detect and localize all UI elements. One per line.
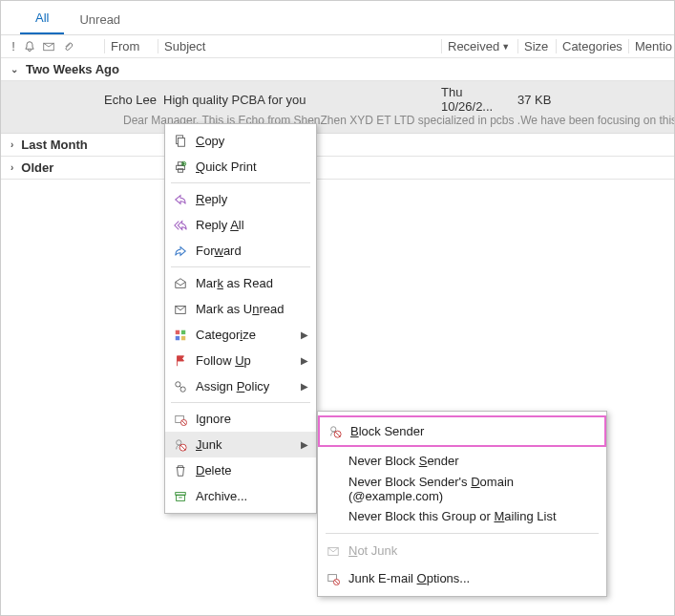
submenu-never-block-group[interactable]: Never Block this Group or Mailing List	[318, 502, 606, 530]
svg-point-20	[331, 426, 336, 431]
reply-all-icon	[171, 219, 190, 232]
not-junk-icon	[324, 544, 343, 558]
copy-icon	[171, 135, 190, 148]
menu-forward[interactable]: Forward	[165, 238, 316, 264]
column-received[interactable]: Received ▼	[441, 39, 517, 53]
menu-archive[interactable]: Archive...	[165, 483, 316, 509]
menu-ignore[interactable]: Ignore	[165, 406, 316, 432]
menu-follow-up[interactable]: Follow Up ▶	[165, 348, 316, 373]
submenu-arrow-icon: ▶	[301, 329, 308, 340]
chevron-right-icon: ›	[11, 162, 13, 173]
submenu-not-junk: Not Junk	[318, 537, 606, 564]
attachment-icon[interactable]	[62, 41, 79, 53]
envelope-closed-icon	[171, 303, 190, 316]
submenu-arrow-icon: ▶	[301, 381, 308, 392]
archive-icon	[171, 490, 190, 503]
chevron-down-icon: ⌄	[11, 64, 18, 74]
menu-quick-print[interactable]: Quick Print	[165, 154, 316, 180]
column-size[interactable]: Size	[517, 39, 556, 53]
ignore-icon	[171, 413, 190, 426]
column-categories[interactable]: Categories	[556, 39, 628, 53]
chevron-right-icon: ›	[11, 139, 13, 150]
reply-icon	[171, 193, 190, 206]
menu-junk[interactable]: Junk ▶	[165, 432, 316, 457]
envelope-open-icon	[171, 277, 190, 290]
junk-icon	[171, 438, 190, 452]
junk-submenu: Block Sender Never Block Sender Never Bl…	[317, 411, 607, 597]
column-header: ! From Subject Received ▼ Size Categorie…	[1, 35, 674, 58]
group-older[interactable]: › Older	[1, 157, 674, 180]
delete-icon	[171, 464, 190, 478]
column-mentions[interactable]: Mentio	[628, 39, 674, 53]
submenu-arrow-icon: ▶	[301, 355, 308, 366]
mail-row[interactable]: Echo Lee High quality PCBA for you Thu 1…	[1, 81, 674, 134]
block-sender-icon	[326, 425, 345, 438]
quick-print-icon	[171, 160, 190, 174]
group-two-weeks-ago[interactable]: ⌄ Two Weeks Ago	[1, 58, 674, 81]
submenu-block-sender[interactable]: Block Sender	[318, 415, 606, 447]
mail-size: 37 KB	[517, 93, 556, 107]
menu-mark-unread[interactable]: Mark as Unread	[165, 296, 316, 322]
mail-preview: Dear Manager, This is Echo from ShenZhen…	[1, 114, 674, 127]
svg-rect-11	[181, 335, 185, 339]
forward-icon	[171, 244, 190, 258]
mail-from: Echo Lee	[104, 93, 161, 107]
tab-unread[interactable]: Unread	[64, 7, 136, 34]
categorize-icon	[171, 329, 190, 342]
menu-copy[interactable]: Copy	[165, 128, 316, 154]
context-menu: Copy Quick Print Reply Reply All Forward…	[164, 123, 317, 514]
submenu-junk-options[interactable]: Junk E-mail Options...	[318, 564, 606, 592]
flag-icon	[171, 354, 190, 368]
svg-rect-8	[176, 329, 179, 333]
svg-rect-10	[176, 335, 179, 339]
column-from[interactable]: From	[104, 39, 158, 53]
mail-subject: High quality PCBA for you	[161, 93, 441, 107]
menu-reply[interactable]: Reply	[165, 186, 316, 212]
importance-icon[interactable]: !	[5, 39, 22, 53]
reminder-icon[interactable]	[24, 41, 41, 53]
tab-all[interactable]: All	[20, 5, 64, 34]
svg-point-16	[177, 439, 181, 444]
svg-rect-9	[181, 329, 185, 333]
menu-mark-read[interactable]: Mark as Read	[165, 270, 316, 296]
menu-categorize[interactable]: Categorize ▶	[165, 322, 316, 348]
svg-rect-2	[178, 138, 184, 146]
envelope-icon[interactable]	[43, 41, 60, 53]
menu-assign-policy[interactable]: Assign Policy ▶	[165, 373, 316, 399]
menu-delete[interactable]: Delete	[165, 457, 316, 483]
filter-tabs: All Unread	[1, 1, 674, 35]
junk-options-icon	[324, 572, 343, 585]
submenu-arrow-icon: ▶	[301, 439, 308, 450]
group-last-month[interactable]: › Last Month	[1, 134, 674, 157]
sort-desc-icon: ▼	[501, 42, 510, 52]
submenu-never-block-domain[interactable]: Never Block Sender's Domain (@example.co…	[318, 475, 606, 502]
menu-reply-all[interactable]: Reply All	[165, 212, 316, 238]
policy-icon	[171, 380, 190, 393]
mail-received: Thu 10/26/2...	[441, 85, 517, 114]
column-subject[interactable]: Subject	[158, 39, 441, 53]
submenu-never-block-sender[interactable]: Never Block Sender	[318, 447, 606, 475]
